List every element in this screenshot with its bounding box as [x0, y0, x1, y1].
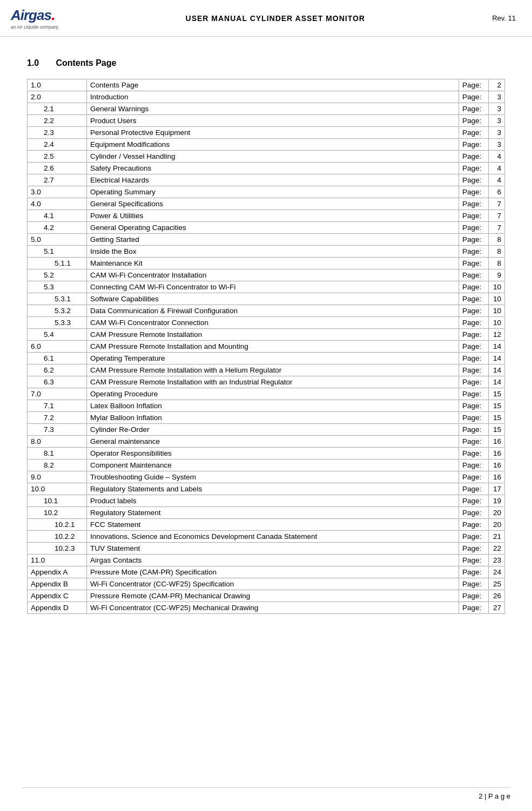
logo-container: Airgas. an Air Liquide company	[11, 6, 58, 30]
toc-page-label: Page:	[459, 139, 489, 151]
toc-page-label: Page:	[459, 590, 489, 602]
toc-label: Airgas Contacts	[87, 555, 459, 566]
toc-page-label: Page:	[459, 483, 489, 495]
toc-page-num: 20	[489, 507, 505, 519]
toc-label: Product labels	[87, 495, 459, 507]
toc-row: Appendix CPressure Remote (CAM-PR) Mecha…	[28, 590, 505, 602]
toc-section: 4.2	[28, 222, 87, 234]
toc-row: 5.3.2Data Communication & Firewall Confi…	[28, 305, 505, 317]
toc-page-label: Page:	[459, 198, 489, 210]
toc-page-num: 7	[489, 210, 505, 222]
toc-page-num: 4	[489, 151, 505, 163]
toc-row: 2.7Electrical HazardsPage:4	[28, 174, 505, 186]
airgas-wordmark: Airgas.	[11, 6, 55, 24]
toc-label: Pressure Remote (CAM-PR) Mechanical Draw…	[87, 590, 459, 602]
toc-label: Personal Protective Equipment	[87, 127, 459, 139]
toc-label: Equipment Modifications	[87, 139, 459, 151]
toc-section: 8.0	[28, 436, 87, 448]
toc-section: 2.4	[28, 139, 87, 151]
toc-page-label: Page:	[459, 578, 489, 590]
toc-label: Component Maintenance	[87, 459, 459, 471]
toc-label: TUV Statement	[87, 543, 459, 555]
toc-label: Troubleshooting Guide – System	[87, 471, 459, 483]
toc-label: Getting Started	[87, 234, 459, 246]
toc-page-label: Page:	[459, 436, 489, 448]
toc-label: CAM Pressure Remote Installation and Mou…	[87, 341, 459, 353]
toc-page-label: Page:	[459, 210, 489, 222]
toc-label: Connecting CAM Wi-Fi Concentrator to Wi-…	[87, 281, 459, 293]
toc-label: Maintenance Kit	[87, 258, 459, 269]
toc-section: 6.2	[28, 364, 87, 376]
toc-section: 2.0	[28, 91, 87, 103]
toc-section: 5.1.1	[28, 258, 87, 269]
toc-page-num: 25	[489, 578, 505, 590]
toc-page-label: Page:	[459, 519, 489, 531]
toc-label: Power & Utilities	[87, 210, 459, 222]
toc-page-num: 17	[489, 483, 505, 495]
toc-row: 5.0Getting StartedPage:8	[28, 234, 505, 246]
toc-row: 8.1Operator ResponsibilitiesPage:16	[28, 448, 505, 459]
toc-section: 7.3	[28, 424, 87, 436]
toc-section: 5.1	[28, 246, 87, 258]
toc-section: 10.0	[28, 483, 87, 495]
toc-page-num: 14	[489, 376, 505, 388]
toc-label: FCC Statement	[87, 519, 459, 531]
toc-section: 10.2.3	[28, 543, 87, 555]
toc-page-num: 27	[489, 602, 505, 614]
toc-section: 6.0	[28, 341, 87, 353]
toc-row: Appendix BWi-Fi Concentrator (CC-WF25) S…	[28, 578, 505, 590]
toc-page-label: Page:	[459, 341, 489, 353]
toc-row: 3.0Operating SummaryPage:6	[28, 186, 505, 198]
toc-page-num: 14	[489, 364, 505, 376]
toc-label: Regulatory Statement	[87, 507, 459, 519]
toc-section: 5.0	[28, 234, 87, 246]
toc-page-num: 14	[489, 341, 505, 353]
toc-row: 10.0Regulatory Statements and LabelsPage…	[28, 483, 505, 495]
toc-page-num: 10	[489, 305, 505, 317]
toc-page-num: 20	[489, 519, 505, 531]
toc-row: 6.2CAM Pressure Remote Installation with…	[28, 364, 505, 376]
toc-row: 10.2.2Innovations, Science and Economics…	[28, 531, 505, 543]
toc-page-label: Page:	[459, 305, 489, 317]
toc-label: General Specifications	[87, 198, 459, 210]
toc-row: 8.0General maintenancePage:16	[28, 436, 505, 448]
toc-row: 6.0CAM Pressure Remote Installation and …	[28, 341, 505, 353]
toc-section: 8.2	[28, 459, 87, 471]
toc-page-label: Page:	[459, 602, 489, 614]
toc-page-num: 3	[489, 127, 505, 139]
toc-section: 7.0	[28, 388, 87, 400]
toc-section: 11.0	[28, 555, 87, 566]
toc-label: CAM Pressure Remote Installation with an…	[87, 376, 459, 388]
toc-row: 2.2Product UsersPage:3	[28, 115, 505, 127]
toc-row: Appendix DWi-Fi Concentrator (CC-WF25) M…	[28, 602, 505, 614]
toc-row: 5.4CAM Pressure Remote InstallationPage:…	[28, 329, 505, 341]
toc-section: 5.3	[28, 281, 87, 293]
toc-section: 10.2.2	[28, 531, 87, 543]
toc-section: 2.5	[28, 151, 87, 163]
toc-page-num: 2	[489, 79, 505, 91]
toc-page-num: 12	[489, 329, 505, 341]
toc-page-num: 14	[489, 353, 505, 364]
header-rev: Rev. 11	[492, 14, 516, 22]
toc-section: Appendix D	[28, 602, 87, 614]
toc-page-label: Page:	[459, 234, 489, 246]
toc-page-num: 3	[489, 91, 505, 103]
toc-row: 8.2Component MaintenancePage:16	[28, 459, 505, 471]
toc-row: 10.2Regulatory StatementPage:20	[28, 507, 505, 519]
toc-page-label: Page:	[459, 91, 489, 103]
toc-page-label: Page:	[459, 400, 489, 412]
toc-page-num: 24	[489, 566, 505, 578]
toc-row: 2.1General WarningsPage:3	[28, 103, 505, 115]
toc-row: 2.4Equipment ModificationsPage:3	[28, 139, 505, 151]
footer: 2 | P a g e	[22, 787, 510, 800]
header: Airgas. an Air Liquide company USER MANU…	[0, 0, 532, 37]
toc-section: 1.0	[28, 79, 87, 91]
toc-page-label: Page:	[459, 495, 489, 507]
toc-page-num: 10	[489, 317, 505, 329]
toc-page-label: Page:	[459, 269, 489, 281]
toc-row: 9.0Troubleshooting Guide – SystemPage:16	[28, 471, 505, 483]
toc-section: 7.2	[28, 412, 87, 424]
toc-row: 2.0IntroductionPage:3	[28, 91, 505, 103]
toc-label: Data Communication & Firewall Configurat…	[87, 305, 459, 317]
toc-label: CAM Pressure Remote Installation	[87, 329, 459, 341]
